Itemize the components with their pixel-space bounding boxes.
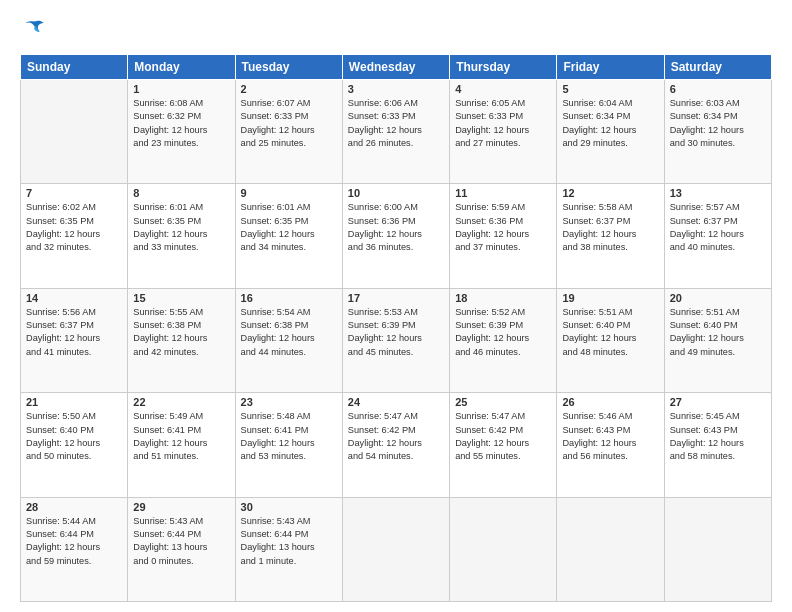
day-number: 3	[348, 83, 444, 95]
calendar-cell: 29Sunrise: 5:43 AMSunset: 6:44 PMDayligh…	[128, 497, 235, 601]
cell-info: Sunrise: 6:04 AMSunset: 6:34 PMDaylight:…	[562, 97, 658, 150]
cell-info: Sunrise: 5:46 AMSunset: 6:43 PMDaylight:…	[562, 410, 658, 463]
day-number: 19	[562, 292, 658, 304]
day-number: 10	[348, 187, 444, 199]
cell-info: Sunrise: 6:01 AMSunset: 6:35 PMDaylight:…	[241, 201, 337, 254]
weekday-header: Friday	[557, 55, 664, 80]
calendar-cell: 13Sunrise: 5:57 AMSunset: 6:37 PMDayligh…	[664, 184, 771, 288]
day-number: 11	[455, 187, 551, 199]
day-number: 24	[348, 396, 444, 408]
calendar-cell: 12Sunrise: 5:58 AMSunset: 6:37 PMDayligh…	[557, 184, 664, 288]
day-number: 12	[562, 187, 658, 199]
calendar-cell: 11Sunrise: 5:59 AMSunset: 6:36 PMDayligh…	[450, 184, 557, 288]
day-number: 7	[26, 187, 122, 199]
calendar-cell	[21, 80, 128, 184]
calendar-cell: 2Sunrise: 6:07 AMSunset: 6:33 PMDaylight…	[235, 80, 342, 184]
day-number: 16	[241, 292, 337, 304]
calendar-cell: 14Sunrise: 5:56 AMSunset: 6:37 PMDayligh…	[21, 288, 128, 392]
cell-info: Sunrise: 5:53 AMSunset: 6:39 PMDaylight:…	[348, 306, 444, 359]
page: SundayMondayTuesdayWednesdayThursdayFrid…	[0, 0, 792, 612]
day-number: 29	[133, 501, 229, 513]
cell-info: Sunrise: 5:54 AMSunset: 6:38 PMDaylight:…	[241, 306, 337, 359]
day-number: 4	[455, 83, 551, 95]
logo	[20, 16, 52, 44]
calendar-cell: 19Sunrise: 5:51 AMSunset: 6:40 PMDayligh…	[557, 288, 664, 392]
weekday-header: Sunday	[21, 55, 128, 80]
cell-info: Sunrise: 6:00 AMSunset: 6:36 PMDaylight:…	[348, 201, 444, 254]
cell-info: Sunrise: 5:47 AMSunset: 6:42 PMDaylight:…	[455, 410, 551, 463]
calendar-cell: 30Sunrise: 5:43 AMSunset: 6:44 PMDayligh…	[235, 497, 342, 601]
calendar-cell: 20Sunrise: 5:51 AMSunset: 6:40 PMDayligh…	[664, 288, 771, 392]
day-number: 23	[241, 396, 337, 408]
cell-info: Sunrise: 5:47 AMSunset: 6:42 PMDaylight:…	[348, 410, 444, 463]
cell-info: Sunrise: 6:05 AMSunset: 6:33 PMDaylight:…	[455, 97, 551, 150]
cell-info: Sunrise: 5:51 AMSunset: 6:40 PMDaylight:…	[562, 306, 658, 359]
day-number: 22	[133, 396, 229, 408]
weekday-header: Saturday	[664, 55, 771, 80]
day-number: 14	[26, 292, 122, 304]
calendar-table: SundayMondayTuesdayWednesdayThursdayFrid…	[20, 54, 772, 602]
cell-info: Sunrise: 6:03 AMSunset: 6:34 PMDaylight:…	[670, 97, 766, 150]
cell-info: Sunrise: 6:06 AMSunset: 6:33 PMDaylight:…	[348, 97, 444, 150]
calendar-cell: 22Sunrise: 5:49 AMSunset: 6:41 PMDayligh…	[128, 393, 235, 497]
cell-info: Sunrise: 5:59 AMSunset: 6:36 PMDaylight:…	[455, 201, 551, 254]
weekday-header: Monday	[128, 55, 235, 80]
calendar-cell	[557, 497, 664, 601]
calendar-cell: 3Sunrise: 6:06 AMSunset: 6:33 PMDaylight…	[342, 80, 449, 184]
cell-info: Sunrise: 5:57 AMSunset: 6:37 PMDaylight:…	[670, 201, 766, 254]
calendar-cell: 17Sunrise: 5:53 AMSunset: 6:39 PMDayligh…	[342, 288, 449, 392]
calendar-cell: 1Sunrise: 6:08 AMSunset: 6:32 PMDaylight…	[128, 80, 235, 184]
day-number: 26	[562, 396, 658, 408]
cell-info: Sunrise: 5:51 AMSunset: 6:40 PMDaylight:…	[670, 306, 766, 359]
calendar-cell: 16Sunrise: 5:54 AMSunset: 6:38 PMDayligh…	[235, 288, 342, 392]
calendar-cell: 27Sunrise: 5:45 AMSunset: 6:43 PMDayligh…	[664, 393, 771, 497]
day-number: 6	[670, 83, 766, 95]
cell-info: Sunrise: 6:02 AMSunset: 6:35 PMDaylight:…	[26, 201, 122, 254]
calendar-cell: 23Sunrise: 5:48 AMSunset: 6:41 PMDayligh…	[235, 393, 342, 497]
calendar-cell	[342, 497, 449, 601]
weekday-header: Thursday	[450, 55, 557, 80]
calendar-cell: 28Sunrise: 5:44 AMSunset: 6:44 PMDayligh…	[21, 497, 128, 601]
cell-info: Sunrise: 5:48 AMSunset: 6:41 PMDaylight:…	[241, 410, 337, 463]
cell-info: Sunrise: 5:49 AMSunset: 6:41 PMDaylight:…	[133, 410, 229, 463]
weekday-header: Wednesday	[342, 55, 449, 80]
day-number: 13	[670, 187, 766, 199]
day-number: 30	[241, 501, 337, 513]
day-number: 17	[348, 292, 444, 304]
calendar-cell: 18Sunrise: 5:52 AMSunset: 6:39 PMDayligh…	[450, 288, 557, 392]
day-number: 25	[455, 396, 551, 408]
logo-bird-icon	[20, 16, 48, 44]
calendar-cell: 5Sunrise: 6:04 AMSunset: 6:34 PMDaylight…	[557, 80, 664, 184]
cell-info: Sunrise: 5:43 AMSunset: 6:44 PMDaylight:…	[133, 515, 229, 568]
weekday-header: Tuesday	[235, 55, 342, 80]
day-number: 21	[26, 396, 122, 408]
calendar-cell: 24Sunrise: 5:47 AMSunset: 6:42 PMDayligh…	[342, 393, 449, 497]
day-number: 2	[241, 83, 337, 95]
day-number: 1	[133, 83, 229, 95]
day-number: 18	[455, 292, 551, 304]
calendar-cell: 6Sunrise: 6:03 AMSunset: 6:34 PMDaylight…	[664, 80, 771, 184]
calendar-cell: 26Sunrise: 5:46 AMSunset: 6:43 PMDayligh…	[557, 393, 664, 497]
day-number: 9	[241, 187, 337, 199]
calendar-cell: 7Sunrise: 6:02 AMSunset: 6:35 PMDaylight…	[21, 184, 128, 288]
calendar-cell: 21Sunrise: 5:50 AMSunset: 6:40 PMDayligh…	[21, 393, 128, 497]
cell-info: Sunrise: 5:55 AMSunset: 6:38 PMDaylight:…	[133, 306, 229, 359]
day-number: 28	[26, 501, 122, 513]
calendar-cell: 4Sunrise: 6:05 AMSunset: 6:33 PMDaylight…	[450, 80, 557, 184]
cell-info: Sunrise: 6:08 AMSunset: 6:32 PMDaylight:…	[133, 97, 229, 150]
cell-info: Sunrise: 5:43 AMSunset: 6:44 PMDaylight:…	[241, 515, 337, 568]
cell-info: Sunrise: 5:44 AMSunset: 6:44 PMDaylight:…	[26, 515, 122, 568]
cell-info: Sunrise: 6:07 AMSunset: 6:33 PMDaylight:…	[241, 97, 337, 150]
header	[20, 16, 772, 44]
day-number: 5	[562, 83, 658, 95]
calendar-cell: 25Sunrise: 5:47 AMSunset: 6:42 PMDayligh…	[450, 393, 557, 497]
calendar-cell: 8Sunrise: 6:01 AMSunset: 6:35 PMDaylight…	[128, 184, 235, 288]
calendar-cell: 10Sunrise: 6:00 AMSunset: 6:36 PMDayligh…	[342, 184, 449, 288]
cell-info: Sunrise: 5:56 AMSunset: 6:37 PMDaylight:…	[26, 306, 122, 359]
calendar-cell	[664, 497, 771, 601]
cell-info: Sunrise: 6:01 AMSunset: 6:35 PMDaylight:…	[133, 201, 229, 254]
day-number: 15	[133, 292, 229, 304]
cell-info: Sunrise: 5:50 AMSunset: 6:40 PMDaylight:…	[26, 410, 122, 463]
day-number: 27	[670, 396, 766, 408]
calendar-cell: 9Sunrise: 6:01 AMSunset: 6:35 PMDaylight…	[235, 184, 342, 288]
